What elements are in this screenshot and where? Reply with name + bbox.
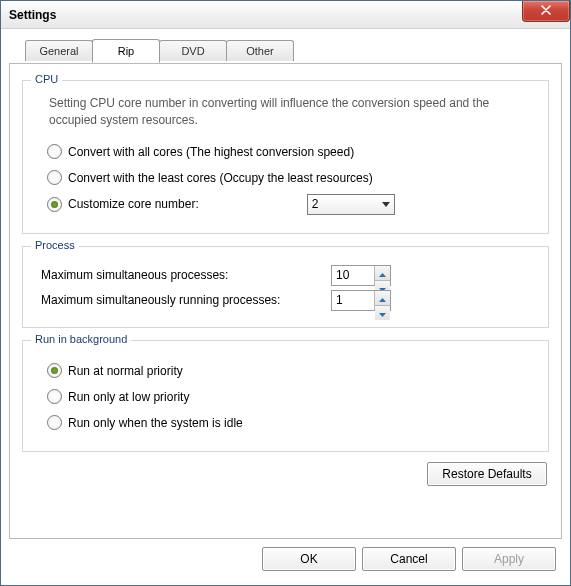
tab-other[interactable]: Other [226,40,294,61]
ok-button[interactable]: OK [262,547,356,571]
bg-option-idle[interactable]: Run only when the system is idle [47,413,538,433]
close-button[interactable] [522,1,570,22]
bg-option-low[interactable]: Run only at low priority [47,387,538,407]
spinner-up-button[interactable] [375,266,390,280]
tab-dvd[interactable]: DVD [159,40,227,61]
max-simultaneous-label: Maximum simultaneous processes: [41,268,331,282]
max-running-spinner[interactable]: 1 [331,290,391,311]
tab-rip[interactable]: Rip [92,39,160,63]
chevron-up-icon [379,266,386,280]
client-area: General Rip DVD Other CPU Setting CPU co… [1,29,570,585]
group-background-legend: Run in background [31,333,131,345]
group-cpu: CPU Setting CPU core number in convertin… [22,80,549,234]
chevron-down-icon [379,306,386,320]
cpu-option-all-label: Convert with all cores (The highest conv… [68,145,354,159]
bg-option-normal-label: Run at normal priority [68,364,183,378]
radio-icon [47,144,62,159]
radio-icon [47,415,62,430]
cpu-option-least[interactable]: Convert with the least cores (Occupy the… [47,168,538,188]
chevron-down-icon [378,195,394,214]
footer-buttons: OK Cancel Apply [9,539,562,577]
bg-option-idle-label: Run only when the system is idle [68,416,243,430]
window-title: Settings [9,8,56,22]
tab-general[interactable]: General [25,40,93,61]
spinner-up-button[interactable] [375,291,390,305]
tabpanel-rip: CPU Setting CPU core number in convertin… [9,63,562,539]
core-number-dropdown[interactable]: 2 [307,194,395,215]
cancel-button[interactable]: Cancel [362,547,456,571]
close-icon [541,4,551,18]
max-simultaneous-value: 10 [332,266,374,285]
restore-defaults-button[interactable]: Restore Defaults [427,462,547,486]
core-number-value: 2 [308,197,378,211]
max-running-value: 1 [332,291,374,310]
bg-option-low-label: Run only at low priority [68,390,189,404]
cpu-option-custom-label: Customize core number: [68,197,199,211]
radio-icon [47,389,62,404]
row-max-simultaneous: Maximum simultaneous processes: 10 [41,265,538,286]
restore-row: Restore Defaults [20,462,547,486]
tabstrip: General Rip DVD Other [25,39,562,63]
max-simultaneous-spinner[interactable]: 10 [331,265,391,286]
row-max-running: Maximum simultaneously running processes… [41,290,538,311]
group-background: Run in background Run at normal priority… [22,340,549,452]
cpu-description: Setting CPU core number in converting wi… [49,95,530,130]
radio-icon [47,363,62,378]
radio-icon [47,170,62,185]
group-process-legend: Process [31,239,79,251]
spinner-down-button[interactable] [375,305,390,320]
radio-icon [47,197,62,212]
cpu-option-custom[interactable]: Customize core number: 2 [47,194,538,215]
settings-window: Settings General Rip DVD Other CPU Setti… [0,0,571,586]
cpu-option-least-label: Convert with the least cores (Occupy the… [68,171,373,185]
spinner-buttons [374,291,390,310]
titlebar: Settings [1,1,570,29]
max-running-label: Maximum simultaneously running processes… [41,293,331,307]
chevron-up-icon [379,291,386,305]
group-process: Process Maximum simultaneous processes: … [22,246,549,328]
group-cpu-legend: CPU [31,73,62,85]
bg-option-normal[interactable]: Run at normal priority [47,361,538,381]
apply-button[interactable]: Apply [462,547,556,571]
cpu-option-all[interactable]: Convert with all cores (The highest conv… [47,142,538,162]
spinner-buttons [374,266,390,285]
spacer [20,486,551,528]
